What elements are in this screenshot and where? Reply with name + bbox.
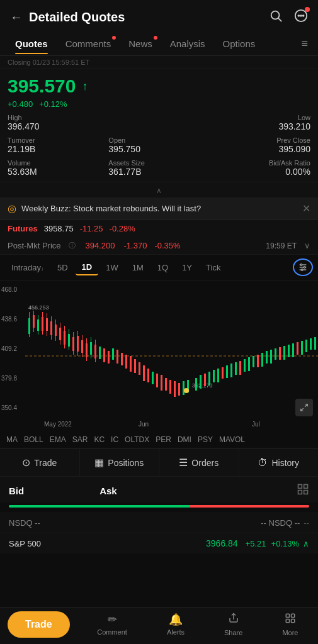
nav-share[interactable]: Share (224, 613, 242, 636)
indicator-kc[interactable]: KC (94, 435, 105, 444)
positions-button[interactable]: ▦ Positions (80, 449, 160, 476)
svg-rect-103 (310, 338, 312, 350)
nav-more[interactable]: More (282, 613, 298, 636)
search-button[interactable] (269, 9, 283, 26)
empty-cell-1 (108, 114, 209, 131)
tabs-menu-button[interactable]: ≡ (297, 32, 312, 55)
chart-settings-button[interactable] (293, 258, 313, 276)
news-close-button[interactable]: ✕ (302, 203, 310, 214)
chart-tab-tick[interactable]: Tick (200, 260, 227, 275)
svg-point-5 (303, 15, 304, 16)
more-icon (285, 613, 296, 627)
history-icon: ⏱ (258, 457, 268, 469)
svg-point-0 (271, 11, 280, 19)
svg-rect-60 (125, 355, 127, 369)
header-left: ← Detailed Quotes (10, 10, 125, 25)
svg-point-11 (301, 269, 303, 271)
chart-expand-button[interactable] (295, 399, 313, 416)
indicator-psy[interactable]: PSY (198, 435, 213, 444)
svg-rect-98 (288, 345, 290, 357)
svg-rect-55 (103, 348, 105, 362)
chart-tab-1w[interactable]: 1W (99, 260, 125, 275)
indicator-sar[interactable]: SAR (72, 435, 88, 444)
sp500-expand-icon[interactable]: ∧ (303, 539, 309, 548)
svg-point-76 (184, 388, 189, 393)
indicator-ema[interactable]: EMA (50, 435, 66, 444)
bid-bar (9, 505, 189, 508)
nsdq-ask-value: -- (304, 518, 309, 528)
tab-news[interactable]: News (120, 33, 161, 54)
tab-quotes[interactable]: Quotes (6, 33, 57, 54)
tab-comments[interactable]: Comments (57, 33, 120, 54)
history-button[interactable]: ⏱ History (239, 449, 319, 476)
nav-comment[interactable]: ✏ Comment (97, 613, 127, 636)
chart-tab-1m[interactable]: 1M (126, 260, 150, 275)
svg-text:May 2022: May 2022 (44, 421, 72, 428)
chart-area: 468.0 438.6 409.2 379.8 350.4 May 2022 J… (0, 280, 318, 431)
back-button[interactable]: ← (10, 10, 23, 25)
svg-text:468.0: 468.0 (1, 286, 17, 293)
indicator-ma[interactable]: MA (6, 435, 18, 444)
chart-tab-1q[interactable]: 1Q (151, 260, 174, 275)
bid-ask-settings-icon[interactable] (297, 483, 309, 499)
svg-rect-71 (174, 381, 176, 397)
price-chart[interactable]: 468.0 438.6 409.2 379.8 350.4 May 2022 J… (0, 280, 318, 431)
postmkt-expand-icon[interactable]: ∨ (304, 241, 310, 250)
trade-action-button[interactable]: ⊙ Trade (0, 449, 80, 476)
price-changes: +0.480 +0.12% (8, 99, 310, 109)
trade-button[interactable]: Trade (8, 611, 70, 638)
svg-rect-109 (298, 491, 302, 494)
positions-label: Positions (108, 458, 144, 468)
sp500-pct: +0.13% (271, 539, 299, 548)
sp500-name: S&P 500 (9, 539, 41, 548)
svg-rect-57 (112, 348, 114, 360)
collapse-button[interactable]: ∧ (0, 182, 318, 197)
indicator-dmi[interactable]: DMI (178, 435, 191, 444)
futures-row: Futures 3958.75 -11.25 -0.28% (0, 220, 318, 237)
alert-icon: 🔔 (169, 613, 183, 626)
svg-rect-85 (230, 364, 232, 377)
svg-point-10 (304, 267, 305, 269)
svg-rect-112 (286, 614, 289, 617)
price-change-abs: +0.480 (8, 99, 33, 109)
indicator-ic[interactable]: IC (111, 435, 118, 444)
tab-analysis[interactable]: Analysis (161, 33, 214, 54)
chart-tab-5d[interactable]: 5D (51, 260, 74, 275)
nav-comment-label: Comment (97, 628, 127, 636)
svg-rect-107 (298, 485, 302, 489)
indicators-row: MA BOLL EMA SAR KC IC OLTDX PER DMI PSY … (0, 431, 318, 448)
chart-tab-intraday[interactable]: Intraday↓ (5, 260, 50, 275)
trade-action-label: Trade (34, 458, 57, 468)
nav-alerts[interactable]: 🔔 Alerts (167, 613, 185, 636)
svg-rect-89 (248, 357, 250, 371)
svg-rect-94 (270, 350, 272, 364)
orders-button[interactable]: ☰ Orders (159, 449, 239, 476)
comments-dot (112, 36, 116, 40)
tabs-bar: Quotes Comments News Analysis Options ≡ (0, 32, 318, 56)
svg-rect-104 (314, 337, 316, 350)
chart-tab-1d[interactable]: 1D (76, 260, 99, 275)
tab-options[interactable]: Options (214, 33, 264, 54)
futures-price: 3958.75 (44, 224, 74, 233)
indicator-boll[interactable]: BOLL (24, 435, 43, 444)
sp500-row: S&P 500 3966.84 +5.21 +0.13% ∧ (0, 533, 318, 553)
header-icons (269, 9, 308, 26)
notification-dot (305, 7, 310, 12)
indicator-per[interactable]: PER (156, 435, 171, 444)
svg-text:456.253: 456.253 (28, 304, 49, 311)
indicator-mavol[interactable]: MAVOL (219, 435, 245, 444)
svg-rect-96 (279, 347, 281, 360)
svg-text:409.2: 409.2 (1, 345, 17, 352)
ask-label: Ask (99, 486, 117, 496)
comment-icon: ✏ (108, 613, 117, 626)
news-text[interactable]: Weekly Buzz: Stock market rebounds. Will… (21, 204, 297, 213)
svg-rect-90 (253, 356, 254, 367)
svg-rect-115 (291, 619, 294, 623)
svg-rect-72 (178, 383, 180, 396)
svg-rect-93 (266, 351, 268, 364)
indicator-oltdx[interactable]: OLTDX (125, 435, 149, 444)
chart-tab-1y[interactable]: 1Y (176, 260, 198, 275)
messages-button[interactable] (294, 9, 308, 26)
svg-rect-61 (130, 356, 132, 372)
svg-point-3 (298, 15, 299, 16)
